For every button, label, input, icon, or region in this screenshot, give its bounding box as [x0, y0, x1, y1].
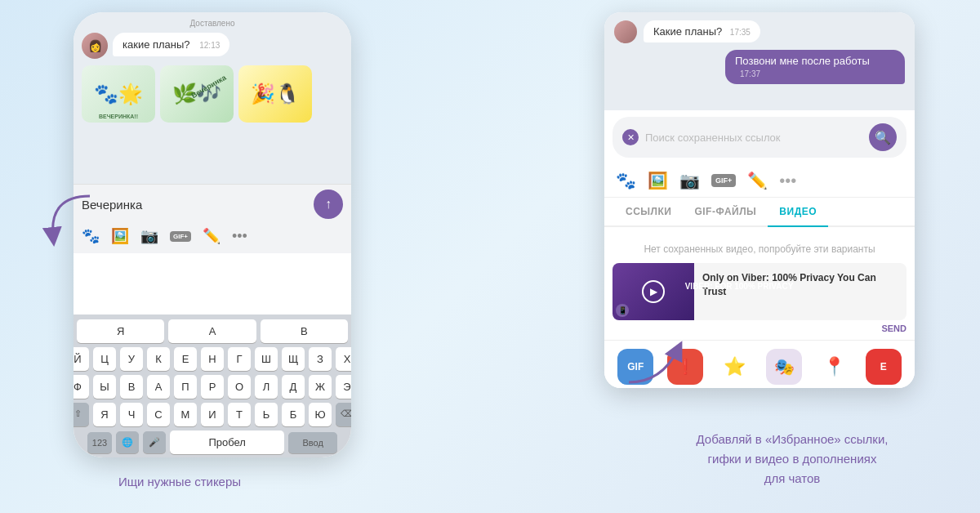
avatar: 👩	[82, 33, 108, 59]
ext-item-favorites[interactable]: ⭐ Favorites	[716, 349, 752, 388]
sticker-label-2: Вечеринка	[189, 74, 234, 115]
kb-key[interactable]: О	[228, 375, 251, 399]
tab-gif[interactable]: GIF-ФАЙЛЫ	[683, 198, 768, 225]
msg-text-1: Какие планы?	[653, 25, 722, 38]
tab-links[interactable]: ССЫЛКИ	[614, 198, 683, 225]
kb-key[interactable]: Ж	[309, 375, 332, 399]
kb-key[interactable]: Щ	[282, 347, 305, 371]
chat-area-left: Доставлено 👩 какие планы? 12:13 🐾🌟 ВЕЧЕР…	[74, 12, 351, 184]
kb-globe[interactable]: 🌐	[116, 431, 139, 453]
kb-row-3: ⇧ Я Ч С М И Т Ь Б Ю ⌫	[77, 403, 348, 426]
send-link[interactable]: SEND	[604, 320, 915, 333]
msg-row-1: Какие планы? 17:35	[614, 20, 905, 43]
search-placeholder[interactable]: Поиск сохраненных ссылок	[645, 132, 862, 144]
kb-enter[interactable]: Ввод	[288, 432, 337, 453]
msg-time-2: 17:37	[740, 69, 760, 78]
kb-numbers[interactable]: 123	[87, 432, 112, 453]
kb-backspace[interactable]: ⌫	[336, 403, 351, 426]
no-content-notice: Нет сохраненных видео, попробуйте эти ва…	[604, 227, 915, 263]
kb-key[interactable]: А	[147, 375, 170, 399]
tab-video[interactable]: ВИДЕО	[768, 198, 828, 227]
right-chat-area: Какие планы? 17:35 Позвони мне после раб…	[604, 12, 915, 110]
kb-key[interactable]: П	[174, 375, 197, 399]
gif-icon[interactable]: GIF+	[170, 231, 191, 242]
kb-suggest-2[interactable]: А	[168, 319, 256, 343]
video-preview: ▶ 📱 VIBER: FOR 100% PRIVACY Only on Vibe…	[612, 263, 906, 320]
doodle-media-icon[interactable]: ✏️	[747, 171, 768, 190]
more-media-icon[interactable]: •••	[779, 172, 796, 190]
arrow-right	[621, 333, 694, 390]
kb-row-2: Ф Ы В А П Р О Л Д Ж Э	[77, 375, 348, 399]
chat-message-row: 👩 какие планы? 12:13	[82, 33, 343, 59]
search-button[interactable]: 🔍	[869, 123, 897, 151]
video-info: Only on Viber: 100% Privacy You Can Trus…	[694, 263, 906, 320]
sticker-emoji-1: 🐾🌟	[94, 83, 143, 105]
kb-key[interactable]: Ь	[255, 403, 278, 426]
left-phone: Доставлено 👩 какие планы? 12:13 🐾🌟 ВЕЧЕР…	[74, 12, 351, 457]
kb-key[interactable]: Ф	[74, 375, 89, 399]
ext-item-location[interactable]: 📍 Location	[816, 349, 852, 388]
kb-key[interactable]: К	[147, 347, 170, 371]
kb-key[interactable]: Е	[174, 347, 197, 371]
play-button[interactable]: ▶	[642, 280, 665, 303]
photo-media-icon[interactable]: 🖼️	[648, 171, 668, 190]
sticker-media-icon[interactable]: 🐾	[616, 171, 636, 190]
kb-key[interactable]: Т	[228, 403, 251, 426]
kb-key[interactable]: Ш	[255, 347, 278, 371]
kb-key[interactable]: Я	[93, 403, 116, 426]
msg-row-2: Позвони мне после работы 17:37	[614, 50, 905, 84]
message-time: 12:13	[199, 41, 220, 50]
camera-media-icon[interactable]: 📷	[679, 171, 700, 190]
right-caption: Добавляй в «Избранное» ссылки,гифки и ви…	[653, 430, 931, 488]
sticker-3[interactable]: 🎉🐧	[238, 65, 312, 123]
kb-key[interactable]: С	[147, 403, 170, 426]
kb-key[interactable]: Н	[201, 347, 224, 371]
kb-key[interactable]: Ю	[309, 403, 332, 426]
input-text-row: Вечеринка ↑	[82, 190, 343, 219]
ext-item-edim[interactable]: Е Едим	[866, 349, 902, 388]
send-button[interactable]: ↑	[314, 190, 343, 219]
kb-key[interactable]: Й	[74, 347, 89, 371]
msg-text-2: Позвони мне после работы	[735, 55, 870, 67]
kb-suggest-1[interactable]: Я	[77, 319, 164, 343]
sticker-2[interactable]: 🌿🎶 Вечеринка	[160, 65, 234, 123]
video-thumbnail[interactable]: ▶ 📱 VIBER: FOR 100% PRIVACY	[612, 263, 694, 320]
kb-key[interactable]: Ц	[93, 347, 116, 371]
kb-key[interactable]: Д	[282, 375, 305, 399]
kb-key[interactable]: Ы	[93, 375, 116, 399]
kb-key[interactable]: З	[309, 347, 332, 371]
kb-mic[interactable]: 🎤	[143, 431, 166, 453]
edim-icon: Е	[866, 349, 902, 385]
kb-key[interactable]: Х	[336, 347, 351, 371]
left-caption: Ищи нужные стикеры	[49, 475, 310, 488]
image-icon[interactable]: 🖼️	[111, 227, 129, 245]
kb-key[interactable]: Э	[336, 375, 351, 399]
bubble-sent: Позвони мне после работы 17:37	[725, 50, 905, 84]
kb-key[interactable]: Р	[201, 375, 224, 399]
camera-icon[interactable]: 📷	[140, 227, 158, 245]
search-bar: ✕ Поиск сохраненных ссылок 🔍	[612, 117, 906, 158]
msg-time-1: 17:35	[730, 28, 751, 37]
gif-media-icon[interactable]: GIF+	[711, 174, 736, 187]
close-search-button[interactable]: ✕	[622, 129, 639, 145]
kb-key[interactable]: У	[120, 347, 143, 371]
kb-key[interactable]: Ч	[120, 403, 143, 426]
kb-shift[interactable]: ⇧	[74, 403, 89, 426]
kb-space[interactable]: Пробел	[170, 430, 284, 454]
kb-key[interactable]: И	[201, 403, 224, 426]
input-text[interactable]: Вечеринка	[82, 198, 314, 212]
avatar-img: 👩	[82, 33, 108, 59]
doodle-icon[interactable]: ✏️	[203, 227, 220, 245]
kb-suggest-3[interactable]: В	[261, 319, 348, 343]
kb-key[interactable]: Л	[255, 375, 278, 399]
kb-key[interactable]: М	[174, 403, 197, 426]
sticker-1[interactable]: 🐾🌟 ВЕЧЕРИНКА!!	[82, 65, 155, 123]
more-icon[interactable]: •••	[232, 228, 247, 245]
kb-key[interactable]: Г	[228, 347, 251, 371]
ext-item-comedy[interactable]: 🎭 Comedy...	[766, 349, 803, 388]
sticker-label-1: ВЕЧЕРИНКА!!	[82, 114, 155, 119]
delivered-label: Доставлено	[82, 19, 343, 28]
kb-key[interactable]: В	[120, 375, 143, 399]
kb-key[interactable]: Б	[282, 403, 305, 426]
arrow-left	[41, 188, 106, 253]
